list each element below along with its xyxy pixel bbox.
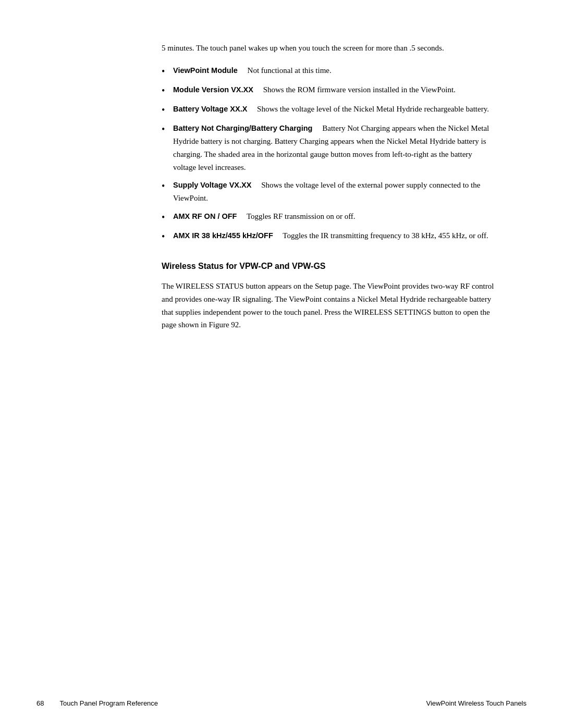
list-item: • AMX IR 38 kHz/455 kHz/OFF Toggles the … (162, 229, 495, 243)
bullet-dot: • (162, 211, 173, 224)
bullet-dot: • (162, 123, 173, 136)
desc-amx-ir: Toggles the IR transmitting frequency to… (283, 231, 488, 240)
footer-left-label: Touch Panel Program Reference (59, 699, 158, 707)
term-amx-rf: AMX RF ON / OFF (173, 212, 237, 220)
term-supply-voltage: Supply Voltage VX.XX (173, 181, 251, 189)
desc-viewpoint-module: Not functional at this time. (248, 66, 332, 75)
section-body-paragraph: The WIRELESS STATUS button appears on th… (162, 280, 495, 331)
footer-left: 68 Touch Panel Program Reference (36, 699, 158, 707)
list-item: • Battery Not Charging/Battery Charging … (162, 122, 495, 174)
bullet-dot: • (162, 104, 173, 117)
bullet-content: Battery Not Charging/Battery Charging Ba… (173, 122, 495, 174)
page-footer: 68 Touch Panel Program Reference ViewPoi… (0, 699, 563, 707)
desc-battery-voltage: Shows the voltage level of the Nickel Me… (257, 105, 489, 113)
list-item: • Battery Voltage XX.X Shows the voltage… (162, 103, 495, 117)
content-area: 5 minutes. The touch panel wakes up when… (162, 42, 495, 331)
bullet-dot: • (162, 230, 173, 243)
footer-page-number: 68 (36, 699, 44, 707)
bullet-content: AMX RF ON / OFF Toggles RF transmission … (173, 210, 495, 223)
term-viewpoint-module: ViewPoint Module (173, 66, 238, 75)
bullet-dot: • (162, 180, 173, 193)
intro-paragraph: 5 minutes. The touch panel wakes up when… (162, 42, 495, 55)
bullet-content: Supply Voltage VX.XX Shows the voltage l… (173, 179, 495, 205)
bullet-content: ViewPoint Module Not functional at this … (173, 64, 495, 77)
term-battery-charging: Battery Not Charging/Battery Charging (173, 124, 312, 132)
bullet-dot: • (162, 65, 173, 78)
section-heading: Wireless Status for VPW-CP and VPW-GS (162, 260, 495, 273)
bullet-content: AMX IR 38 kHz/455 kHz/OFF Toggles the IR… (173, 229, 495, 242)
list-item: • Supply Voltage VX.XX Shows the voltage… (162, 179, 495, 205)
bullet-content: Battery Voltage XX.X Shows the voltage l… (173, 103, 495, 116)
page: 5 minutes. The touch panel wakes up when… (0, 0, 563, 728)
desc-amx-rf: Toggles RF transmission on or off. (247, 212, 356, 220)
bullet-content: Module Version VX.XX Shows the ROM firmw… (173, 83, 495, 96)
list-item: • Module Version VX.XX Shows the ROM fir… (162, 83, 495, 97)
footer-right-label: ViewPoint Wireless Touch Panels (426, 699, 527, 707)
list-item: • AMX RF ON / OFF Toggles RF transmissio… (162, 210, 495, 224)
term-module-version: Module Version VX.XX (173, 85, 253, 94)
term-amx-ir: AMX IR 38 kHz/455 kHz/OFF (173, 231, 273, 240)
term-battery-voltage: Battery Voltage XX.X (173, 105, 247, 113)
bullet-list: • ViewPoint Module Not functional at thi… (162, 64, 495, 244)
list-item: • ViewPoint Module Not functional at thi… (162, 64, 495, 78)
bullet-dot: • (162, 84, 173, 97)
desc-module-version: Shows the ROM firmware version installed… (263, 85, 456, 94)
